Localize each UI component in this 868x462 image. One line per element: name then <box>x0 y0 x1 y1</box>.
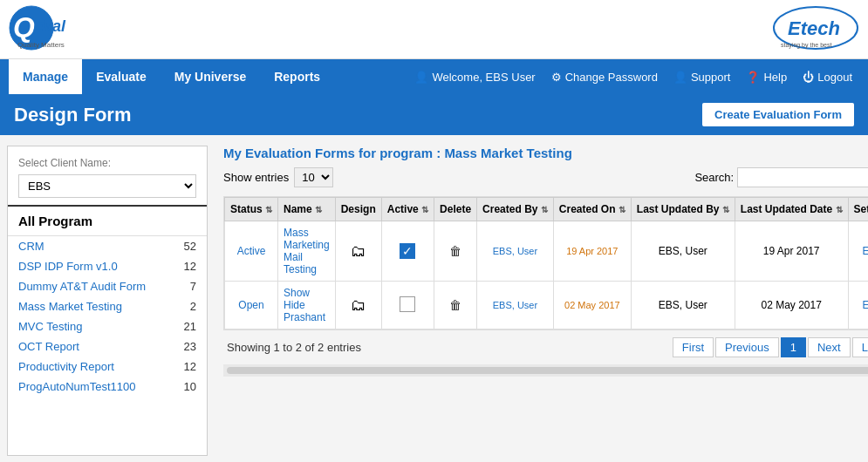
sidebar-item[interactable]: Dummy AT&T Audit Form7 <box>8 276 207 296</box>
sidebar-item[interactable]: DSP IDP Form v1.012 <box>8 256 207 276</box>
first-page-button[interactable]: First <box>673 337 714 357</box>
horizontal-scrollbar[interactable] <box>227 367 868 374</box>
sidebar-item[interactable]: ProgAutoNumTest110010 <box>8 377 207 397</box>
pagination-row: Showing 1 to 2 of 2 entries First Previo… <box>223 330 868 364</box>
edit-cell[interactable]: Edit <box>848 282 868 330</box>
nav-logout[interactable]: ⏻ Logout <box>796 59 859 94</box>
show-entries: Show entries 10 25 50 <box>223 167 333 187</box>
page-header: Design Form Create Evaluation Form <box>0 94 868 135</box>
logo-area: Q Eval Quality Matters <box>9 5 96 53</box>
last-updated-date-cell: 19 Apr 2017 <box>735 221 848 282</box>
sidebar-program-name: DSP IDP Form v1.0 <box>18 260 118 273</box>
folder-icon[interactable]: 🗂 <box>351 242 366 260</box>
sidebar-item[interactable]: Productivity Report12 <box>8 357 207 377</box>
sidebar-select-wrap: EBS <box>8 171 207 205</box>
nav-support[interactable]: 👤 Support <box>666 59 738 94</box>
last-updated-date-cell: 02 May 2017 <box>735 282 848 330</box>
scrollbar-row[interactable] <box>223 364 868 377</box>
search-area: Search: <box>694 167 868 187</box>
help-label: Help <box>763 71 787 84</box>
trash-icon[interactable]: 🗑 <box>449 244 461 258</box>
gear-icon: ⚙ <box>551 71 562 84</box>
status-cell: Active <box>225 221 278 282</box>
trash-icon[interactable]: 🗑 <box>449 298 461 312</box>
last-page-button[interactable]: Last <box>852 337 868 357</box>
sidebar-program-count: 23 <box>184 340 196 353</box>
status-cell: Open <box>225 282 278 330</box>
client-label: Select Client Name: <box>8 153 207 171</box>
col-last-updated-by: Last Updated By ⇅ <box>631 198 735 221</box>
table-body: Active Mass Marketing Mail Testing 🗂 ✓ 🗑… <box>225 221 869 330</box>
page-title: Design Form <box>14 104 131 126</box>
welcome-label: Welcome, EBS User <box>432 71 535 84</box>
active-cell[interactable]: ✓ <box>381 221 434 282</box>
created-by-cell: EBS, User <box>477 282 554 330</box>
nav-reports[interactable]: Reports <box>260 59 334 94</box>
nav-change-password[interactable]: ⚙ Change Password <box>544 59 665 94</box>
logout-label: Logout <box>817 71 852 84</box>
folder-icon[interactable]: 🗂 <box>351 296 366 314</box>
col-status: Status ⇅ <box>225 198 278 221</box>
name-cell[interactable]: Show Hide Prashant <box>278 282 336 330</box>
col-design: Design <box>335 198 381 221</box>
last-updated-by-cell: EBS, User <box>631 282 735 330</box>
sidebar-program-count: 7 <box>190 280 196 293</box>
table-header-row: Status ⇅ Name ⇅ Design Active ⇅ Delete C… <box>225 198 869 221</box>
sidebar-item[interactable]: Mass Market Testing2 <box>8 296 207 316</box>
nav-welcome[interactable]: 👤 Welcome, EBS User <box>407 59 542 94</box>
sidebar-program-name: Productivity Report <box>18 360 114 373</box>
delete-cell[interactable]: 🗑 <box>434 221 477 282</box>
logout-icon: ⏻ <box>803 71 814 84</box>
nav-my-universe[interactable]: My Universe <box>161 59 260 94</box>
previous-page-button[interactable]: Previous <box>715 337 779 357</box>
sidebar-program-name: CRM <box>18 240 44 253</box>
sidebar-program-count: 52 <box>184 240 196 253</box>
page-1-button[interactable]: 1 <box>781 337 806 357</box>
create-evaluation-form-button[interactable]: Create Evaluation Form <box>702 103 854 126</box>
search-input[interactable] <box>737 167 868 187</box>
svg-text:Eval: Eval <box>33 17 66 35</box>
sidebar-program-count: 2 <box>190 300 196 313</box>
last-updated-by-cell: EBS, User <box>631 221 735 282</box>
client-select[interactable]: EBS <box>18 174 196 198</box>
pagination-info: Showing 1 to 2 of 2 entries <box>227 341 361 354</box>
sort-icon-active: ⇅ <box>421 205 428 214</box>
help-icon: ❓ <box>746 71 760 84</box>
sidebar-item[interactable]: MVC Testing21 <box>8 316 207 336</box>
sidebar-programs: CRM52DSP IDP Form v1.012Dummy AT&T Audit… <box>8 236 207 397</box>
sidebar-program-count: 12 <box>184 260 196 273</box>
content-title-prefix: My Evaluation Forms for program : <box>223 146 444 160</box>
sort-icon-updated-by: ⇅ <box>722 205 729 214</box>
delete-cell[interactable]: 🗑 <box>434 282 477 330</box>
name-cell[interactable]: Mass Marketing Mail Testing <box>278 221 336 282</box>
sidebar-item[interactable]: CRM52 <box>8 236 207 256</box>
pagination-buttons: First Previous 1 Next Last <box>673 337 868 357</box>
sidebar-program-name: Dummy AT&T Audit Form <box>18 280 146 293</box>
design-cell[interactable]: 🗂 <box>335 221 381 282</box>
sort-icon-updated-date: ⇅ <box>836 205 843 214</box>
qeval-logo: Q Eval Quality Matters <box>9 5 96 53</box>
next-page-button[interactable]: Next <box>808 337 851 357</box>
nav-help[interactable]: ❓ Help <box>739 59 794 94</box>
content-area: My Evaluation Forms for program : Mass M… <box>215 135 868 462</box>
sidebar: Select Client Name: EBS All Program CRM5… <box>7 146 208 456</box>
nav-evaluate[interactable]: Evaluate <box>82 59 161 94</box>
col-last-updated-date: Last Updated Date ⇅ <box>735 198 848 221</box>
active-checkbox-checked[interactable]: ✓ <box>400 243 415 259</box>
support-label: Support <box>691 71 731 84</box>
table-wrap: Status ⇅ Name ⇅ Design Active ⇅ Delete C… <box>223 196 868 330</box>
active-checkbox-unchecked[interactable] <box>400 296 415 312</box>
design-cell[interactable]: 🗂 <box>335 282 381 330</box>
sidebar-item[interactable]: OCT Report23 <box>8 336 207 357</box>
controls-row: Show entries 10 25 50 Search: <box>223 167 868 187</box>
nav-manage[interactable]: Manage <box>9 59 82 94</box>
edit-cell[interactable]: Edit <box>848 221 868 282</box>
col-name: Name ⇅ <box>278 198 336 221</box>
table-row: Active Mass Marketing Mail Testing 🗂 ✓ 🗑… <box>225 221 869 282</box>
program-name-highlight: Mass Market Testing <box>444 146 571 160</box>
entries-select[interactable]: 10 25 50 <box>294 167 333 187</box>
sidebar-program-count: 10 <box>184 380 196 393</box>
sort-icon-created-by: ⇅ <box>541 205 548 214</box>
search-label: Search: <box>694 171 734 184</box>
active-cell[interactable] <box>381 282 434 330</box>
